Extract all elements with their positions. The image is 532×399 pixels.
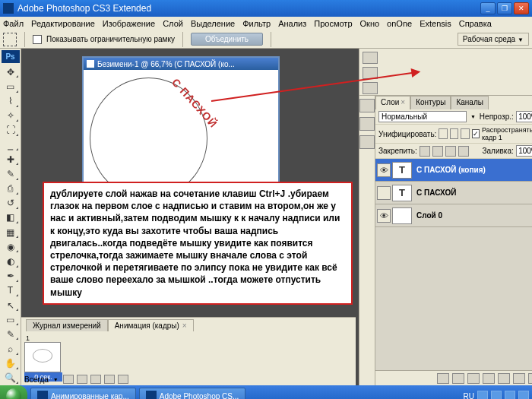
gradient-tool[interactable]: ▦ (2, 226, 19, 239)
visibility-toggle[interactable] (377, 186, 391, 200)
zoom-tool[interactable]: 🔍 (2, 372, 19, 385)
tab-channels[interactable]: Каналы (451, 96, 489, 109)
lock-pixels-icon[interactable] (432, 146, 443, 157)
lasso-tool[interactable]: ⌇ (2, 95, 19, 108)
lock-pos-icon[interactable] (445, 146, 456, 157)
stamp-tool[interactable]: ⎙ (2, 182, 19, 195)
type-tool[interactable]: T (2, 284, 19, 297)
delete-layer-icon[interactable] (528, 373, 532, 384)
frame-thumb[interactable] (24, 342, 61, 372)
menu-view[interactable]: Просмотр (314, 19, 352, 28)
visibility-toggle[interactable]: 👁 (377, 163, 391, 177)
menu-file[interactable]: Файл (3, 19, 24, 28)
menu-window[interactable]: Окно (360, 19, 380, 28)
link-layers-icon[interactable] (437, 373, 449, 384)
close-button[interactable]: ✕ (514, 2, 529, 14)
color-icon[interactable] (359, 99, 375, 112)
system-tray: RU (464, 391, 532, 399)
maximize-button[interactable]: ❐ (497, 2, 512, 14)
layer-mask-icon[interactable] (467, 373, 480, 384)
opacity-input[interactable]: 100% (516, 111, 532, 122)
navigator-icon[interactable] (363, 52, 378, 64)
slice-tool[interactable]: ⎯ (2, 138, 19, 151)
notes-tool[interactable]: ✎ (2, 328, 19, 340)
layer-row[interactable]: 👁 Слой 0 (375, 204, 532, 227)
layer-row[interactable]: T С ПАСХОЙ (375, 182, 532, 204)
start-button[interactable] (0, 385, 27, 399)
layer-name[interactable]: Слой 0 (413, 211, 532, 220)
marquee-tool[interactable]: ▭ (2, 80, 19, 93)
brush-tool[interactable]: ✎ (2, 167, 19, 180)
new-layer-icon[interactable] (513, 373, 525, 384)
heal-tool[interactable]: ✚ (2, 153, 19, 166)
menu-analysis[interactable]: Анализ (278, 19, 306, 28)
eyedropper-tool[interactable]: ⌕ (2, 342, 19, 355)
lock-all-icon[interactable] (458, 146, 469, 157)
layer-style-icon[interactable] (452, 373, 464, 384)
unify-style-icon[interactable] (461, 128, 470, 139)
crop-tool[interactable]: ⛶ (2, 124, 19, 137)
layer-list: 👁 T С ПАСХОЙ (копия) T С ПАСХОЙ 👁 Слой 0 (375, 159, 532, 370)
new-group-icon[interactable] (498, 373, 510, 384)
menu-filter[interactable]: Фильтр (242, 19, 271, 28)
tab-animation-frames[interactable]: Анимация (кадры)× (108, 319, 194, 331)
styles-icon[interactable] (359, 135, 375, 149)
document-window[interactable]: Безимени-1 @ 66,7% (С ПАСХОЙ (ко... С ПА… (82, 56, 280, 189)
dodge-tool[interactable]: ◐ (2, 255, 19, 268)
tray-icon[interactable] (491, 391, 502, 399)
layer-name[interactable]: С ПАСХОЙ (413, 188, 532, 197)
unify-pos-icon[interactable] (439, 128, 448, 139)
loop-select[interactable]: Всегда (24, 375, 49, 384)
windows-taskbar: Анимированные кар... Adobe Photoshop CS.… (0, 385, 532, 399)
menu-select[interactable]: Выделение (191, 19, 235, 28)
document-titlebar[interactable]: Безимени-1 @ 66,7% (С ПАСХОЙ (ко... (84, 58, 278, 70)
last-frame-button[interactable] (118, 375, 128, 384)
taskbar-button[interactable]: Adobe Photoshop CS... (139, 388, 246, 399)
boundbox-checkbox[interactable] (33, 35, 42, 44)
tab-layers[interactable]: Слои× (375, 96, 410, 109)
tab-paths[interactable]: Контуры (410, 96, 451, 109)
menu-extensis[interactable]: Extensis (420, 19, 451, 28)
prev-frame-button[interactable] (77, 375, 87, 384)
fill-input[interactable]: 100% (516, 145, 532, 157)
combine-button[interactable]: Объединить (191, 33, 263, 46)
menu-image[interactable]: Изображение (103, 19, 155, 28)
lock-trans-icon[interactable] (420, 146, 430, 157)
blur-tool[interactable]: ◉ (2, 240, 19, 253)
adjustment-layer-icon[interactable] (483, 373, 495, 384)
history-brush-tool[interactable]: ↺ (2, 197, 19, 210)
menu-help[interactable]: Справка (459, 19, 492, 28)
unify-vis-icon[interactable] (450, 128, 459, 139)
play-button[interactable] (90, 375, 101, 384)
menu-edit[interactable]: Редактирование (31, 19, 95, 28)
shape-tool[interactable]: ▭ (2, 313, 19, 326)
menu-onone[interactable]: onOne (387, 19, 412, 28)
blend-mode-select[interactable]: Нормальный (378, 111, 467, 122)
language-indicator[interactable]: RU (464, 392, 474, 400)
hand-tool[interactable]: ✋ (2, 357, 19, 370)
layer-row[interactable]: 👁 T С ПАСХОЙ (копия) (375, 159, 532, 182)
current-tool-icon[interactable] (3, 33, 17, 46)
pen-tool[interactable]: ✒ (2, 270, 19, 283)
layer-name[interactable]: С ПАСХОЙ (копия) (413, 166, 532, 174)
tray-icon[interactable] (518, 391, 529, 399)
minimize-button[interactable]: _ (480, 2, 496, 14)
taskbar-button[interactable]: Анимированные кар... (30, 388, 136, 399)
workspace-menu[interactable]: Рабочая среда▼ (458, 33, 529, 46)
document-canvas[interactable]: С ПАСХОЙ (84, 70, 278, 188)
propagate-label: Распространять кадр 1 (482, 126, 532, 141)
move-tool[interactable]: ✥ (2, 65, 19, 78)
next-frame-button[interactable] (104, 375, 115, 384)
menu-layer[interactable]: Слой (163, 19, 183, 28)
tray-icon[interactable] (505, 391, 515, 399)
info-icon[interactable] (363, 82, 378, 94)
visibility-toggle[interactable]: 👁 (377, 209, 391, 223)
first-frame-button[interactable] (63, 375, 74, 384)
path-tool[interactable]: ↖ (2, 299, 19, 312)
swatches-icon[interactable] (359, 117, 375, 131)
wand-tool[interactable]: ✧ (2, 109, 19, 122)
propagate-checkbox[interactable]: ✓ (472, 129, 480, 138)
tray-icon[interactable] (477, 391, 488, 399)
tab-measurement-log[interactable]: Журнал измерений (26, 319, 108, 331)
eraser-tool[interactable]: ◧ (2, 211, 19, 224)
